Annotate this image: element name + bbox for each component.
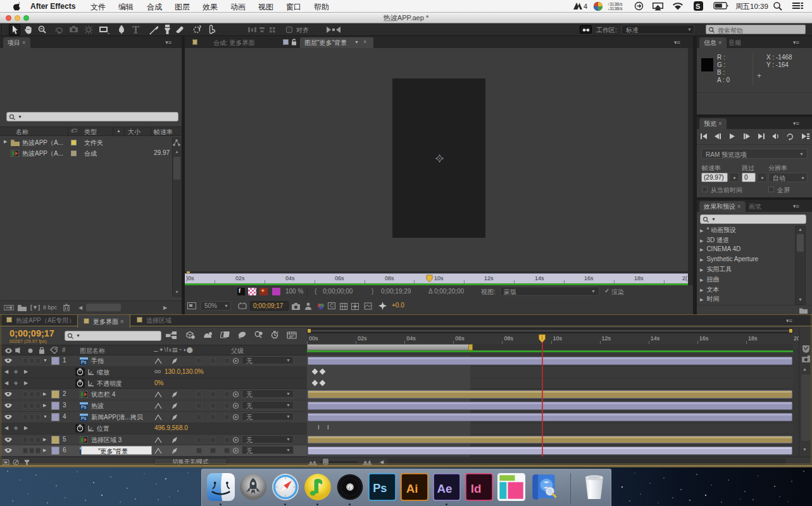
svg-text:4: 4 — [584, 3, 587, 10]
svg-text:↓313B/s: ↓313B/s — [608, 6, 623, 11]
svg-text:Ps: Ps — [81, 360, 87, 364]
svg-text:Ai: Ai — [406, 482, 418, 495]
svg-text:Id: Id — [471, 482, 482, 495]
svg-text:♪: ♪ — [348, 484, 351, 490]
svg-text:↑313B/s: ↑313B/s — [608, 2, 623, 6]
svg-text:Ps: Ps — [81, 416, 87, 421]
svg-text:Ps: Ps — [81, 405, 87, 409]
svg-text:S: S — [696, 3, 700, 10]
svg-text:周五10:39: 周五10:39 — [735, 3, 768, 10]
svg-text:Ae: Ae — [437, 482, 453, 495]
svg-text:Ps: Ps — [373, 482, 387, 495]
